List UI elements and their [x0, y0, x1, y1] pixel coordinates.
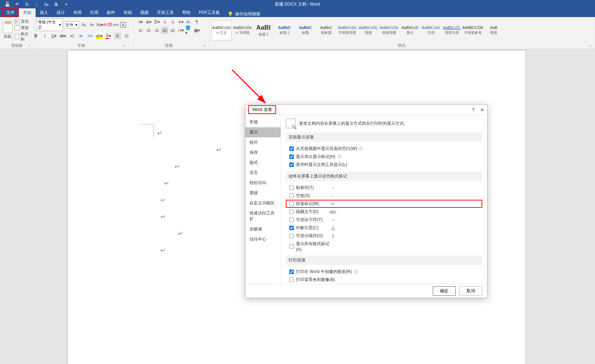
- option-checkbox[interactable]: [289, 226, 294, 230]
- redo-icon[interactable]: ↻: [24, 1, 30, 7]
- save-icon[interactable]: 💾: [4, 1, 10, 7]
- dialog-nav-item[interactable]: 版式: [245, 158, 281, 168]
- tab-review[interactable]: 审阅: [119, 8, 136, 17]
- tab-mailings[interactable]: 邮件: [103, 8, 119, 17]
- highlight-button[interactable]: ab▾: [96, 32, 103, 39]
- style-item[interactable]: AaBbCcDc↵ 无间隔: [232, 20, 253, 40]
- clear-formatting-button[interactable]: A⌫: [104, 21, 111, 28]
- dialog-nav-item[interactable]: 快速访问工具栏: [245, 208, 281, 224]
- style-item[interactable]: AABBCCDE不明显参考: [463, 20, 483, 40]
- print-preview-icon[interactable]: 🗎: [53, 1, 59, 7]
- dialog-nav-item[interactable]: 自定义功能区: [245, 198, 281, 208]
- style-item[interactable]: AaBbCcD.明显引用: [442, 20, 462, 40]
- info-icon[interactable]: ⓘ: [354, 269, 358, 274]
- paragraph-launcher-icon[interactable]: ⤡: [203, 44, 207, 48]
- dialog-nav-item[interactable]: 显示: [245, 127, 281, 137]
- option-checkbox[interactable]: [289, 154, 294, 159]
- info-icon[interactable]: ⓘ: [359, 146, 363, 151]
- italic-button[interactable]: I: [42, 32, 49, 39]
- increase-indent-button[interactable]: ≥: [169, 18, 176, 25]
- tab-pdf[interactable]: PDF工具集: [195, 8, 224, 17]
- asian-layout-button[interactable]: ✕▾: [177, 18, 184, 25]
- multilevel-list-button[interactable]: ☰▾: [153, 18, 160, 25]
- option-checkbox[interactable]: [289, 146, 294, 151]
- tab-design[interactable]: 设计: [52, 8, 69, 17]
- option-checkbox[interactable]: [289, 202, 294, 206]
- borders-button[interactable]: ▦▾: [193, 27, 200, 34]
- bullets-button[interactable]: ≡▾: [137, 18, 144, 25]
- sort-button[interactable]: A↓: [185, 18, 192, 25]
- option-checkbox[interactable]: [289, 218, 294, 222]
- align-center-button[interactable]: [145, 27, 152, 34]
- qat-more-icon[interactable]: ▾: [63, 1, 69, 7]
- font-name-combo[interactable]: 等线 (中文正▾: [36, 18, 63, 31]
- style-item[interactable]: AaBbC副标题: [316, 20, 336, 40]
- style-item[interactable]: AaBbCcDc不明显强调: [337, 20, 357, 40]
- strikethrough-button[interactable]: abc: [60, 32, 67, 39]
- bold-button[interactable]: B: [32, 32, 39, 39]
- align-left-button[interactable]: [137, 27, 144, 34]
- paste-button[interactable]: 粘贴: [2, 21, 13, 40]
- tab-view[interactable]: 视图: [136, 8, 153, 17]
- dialog-nav-item[interactable]: 保存: [245, 147, 281, 158]
- option-checkbox[interactable]: [289, 162, 294, 167]
- style-item[interactable]: AaBl标题 1: [253, 20, 274, 40]
- character-border-button[interactable]: A: [120, 22, 126, 28]
- style-item[interactable]: AaBbC标题: [295, 20, 315, 40]
- line-spacing-button[interactable]: ↕≡▾: [177, 27, 184, 34]
- format-painter-button[interactable]: 格式刷: [15, 31, 32, 42]
- tab-insert[interactable]: 插入: [36, 8, 52, 17]
- dialog-nav-item[interactable]: 加载项: [245, 224, 281, 234]
- dialog-nav-item[interactable]: 信任中心: [245, 234, 281, 244]
- superscript-button[interactable]: x2: [78, 32, 85, 39]
- decrease-indent-button[interactable]: ≤: [161, 18, 168, 25]
- justify-button[interactable]: [161, 27, 168, 34]
- clipboard-launcher-icon[interactable]: ⤡: [28, 44, 32, 48]
- style-item[interactable]: AaBbCcD要点: [400, 20, 420, 40]
- dialog-nav-item[interactable]: 高级: [245, 188, 281, 198]
- style-item[interactable]: AaBbCcDc引用: [421, 20, 441, 40]
- font-size-combo[interactable]: 五号▾: [64, 21, 79, 29]
- cancel-button[interactable]: 取消: [459, 286, 482, 296]
- align-right-button[interactable]: [153, 27, 160, 34]
- font-color-button[interactable]: A▾: [105, 32, 112, 39]
- style-item[interactable]: AaBbCcDc明显强调: [379, 20, 399, 40]
- shrink-font-button[interactable]: A▾: [88, 21, 95, 28]
- grow-font-button[interactable]: A▴: [80, 21, 87, 28]
- character-shading-button[interactable]: A: [114, 32, 121, 39]
- style-item[interactable]: AaBbCcDc↵ 正文: [211, 20, 232, 40]
- dialog-nav-item[interactable]: 语言: [245, 168, 281, 178]
- tab-home[interactable]: 开始: [19, 8, 36, 17]
- close-icon[interactable]: ✕: [480, 107, 484, 113]
- tab-layout[interactable]: 布局: [69, 8, 86, 17]
- tab-help[interactable]: 帮助: [178, 8, 195, 17]
- shading-button[interactable]: 🪣▾: [185, 27, 192, 34]
- dialog-nav-item[interactable]: 轻松访问: [245, 178, 281, 188]
- style-item[interactable]: AaBbC标题 2: [274, 20, 295, 40]
- tab-developer[interactable]: 开发工具: [153, 8, 178, 17]
- numbering-button[interactable]: ≣▾: [145, 18, 152, 25]
- style-item[interactable]: AaB明显: [484, 20, 504, 40]
- subscript-button[interactable]: x2: [69, 32, 76, 39]
- tab-file[interactable]: 文件: [2, 8, 19, 17]
- option-checkbox[interactable]: [289, 210, 294, 214]
- styles-launcher-icon[interactable]: ⤡: [588, 44, 593, 48]
- option-checkbox[interactable]: [289, 234, 294, 238]
- option-checkbox[interactable]: [289, 185, 294, 190]
- tab-references[interactable]: 引用: [86, 8, 103, 17]
- copy-button[interactable]: 复制: [15, 25, 32, 30]
- option-checkbox[interactable]: [289, 194, 294, 198]
- show-hide-button[interactable]: ¶: [193, 18, 200, 25]
- ok-button[interactable]: 确定: [433, 286, 456, 296]
- dialog-nav-item[interactable]: 校对: [245, 137, 281, 147]
- distribute-button[interactable]: [169, 27, 176, 34]
- font-grow-icon[interactable]: A▴: [43, 1, 50, 7]
- cut-button[interactable]: ✂剪切: [15, 19, 32, 24]
- underline-button[interactable]: U▾: [51, 32, 58, 39]
- option-checkbox[interactable]: [289, 270, 294, 274]
- text-effects-button[interactable]: A▾: [87, 32, 94, 39]
- option-checkbox[interactable]: [289, 278, 294, 282]
- option-checkbox[interactable]: [289, 244, 294, 249]
- dialog-nav-item[interactable]: 常规: [245, 117, 281, 127]
- undo-icon[interactable]: ↶: [14, 1, 20, 7]
